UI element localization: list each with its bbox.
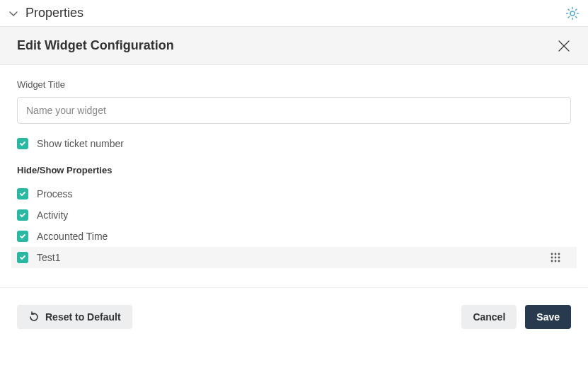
property-label: Accounted Time bbox=[37, 231, 108, 242]
svg-point-0 bbox=[570, 11, 575, 16]
property-label: Test1 bbox=[37, 252, 60, 263]
property-checkbox[interactable] bbox=[17, 209, 28, 221]
svg-point-8 bbox=[555, 260, 557, 262]
svg-point-1 bbox=[551, 253, 553, 255]
show-ticket-number-label: Show ticket number bbox=[37, 138, 124, 149]
panel-header-left: Properties bbox=[8, 6, 83, 21]
reset-label: Reset to Default bbox=[45, 311, 121, 323]
widget-title-label: Widget Title bbox=[17, 79, 571, 90]
panel-title: Properties bbox=[25, 6, 83, 21]
modal-footer: Reset to Default Cancel Save bbox=[0, 287, 588, 346]
property-checkbox[interactable] bbox=[17, 188, 28, 200]
modal-header: Edit Widget Configuration bbox=[0, 27, 588, 65]
property-label: Process bbox=[37, 188, 73, 200]
close-icon[interactable] bbox=[557, 39, 571, 53]
properties-panel-header: Properties bbox=[0, 0, 588, 27]
svg-point-2 bbox=[555, 253, 557, 255]
reset-icon bbox=[28, 311, 40, 323]
gear-icon[interactable] bbox=[565, 6, 580, 21]
svg-point-7 bbox=[551, 260, 553, 262]
chevron-down-icon[interactable] bbox=[8, 8, 18, 18]
svg-point-9 bbox=[558, 260, 560, 262]
svg-point-6 bbox=[558, 257, 560, 259]
property-checkbox[interactable] bbox=[17, 252, 28, 263]
svg-point-4 bbox=[551, 257, 553, 259]
property-label: Activity bbox=[37, 209, 68, 221]
show-ticket-number-row[interactable]: Show ticket number bbox=[17, 138, 571, 149]
property-checkbox[interactable] bbox=[17, 231, 28, 242]
widget-title-input[interactable] bbox=[17, 97, 571, 124]
property-row-activity[interactable]: Activity bbox=[11, 204, 577, 226]
property-row-accounted-time[interactable]: Accounted Time bbox=[11, 226, 577, 247]
svg-point-5 bbox=[555, 257, 557, 259]
hide-show-properties-label: Hide/Show Properties bbox=[17, 165, 571, 175]
svg-point-3 bbox=[558, 253, 560, 255]
property-row-process[interactable]: Process bbox=[11, 183, 577, 204]
modal-title: Edit Widget Configuration bbox=[17, 38, 174, 53]
show-ticket-number-checkbox[interactable] bbox=[17, 138, 28, 149]
reset-to-default-button[interactable]: Reset to Default bbox=[17, 305, 132, 329]
modal-body: Widget Title Show ticket number Hide/Sho… bbox=[0, 65, 588, 279]
cancel-button[interactable]: Cancel bbox=[461, 305, 517, 329]
property-row-test1[interactable]: Test1 bbox=[11, 247, 577, 268]
drag-handle-icon[interactable] bbox=[550, 252, 561, 263]
properties-list: Created By Process Activity Accounted Ti… bbox=[11, 180, 577, 279]
save-button[interactable]: Save bbox=[525, 305, 571, 329]
